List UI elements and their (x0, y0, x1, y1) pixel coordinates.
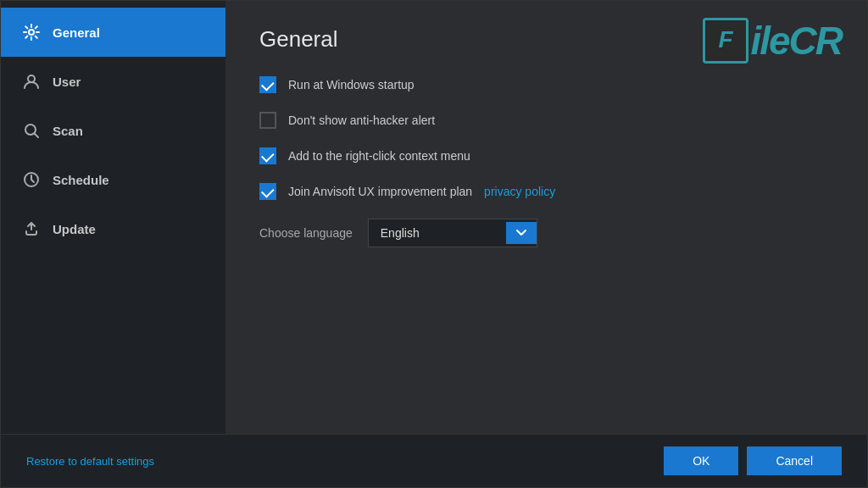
scan-icon (22, 121, 41, 140)
sidebar-label-general: General (53, 25, 100, 40)
sidebar-label-scan: Scan (53, 124, 83, 138)
sidebar-item-schedule[interactable]: Schedule (1, 155, 225, 204)
cancel-button[interactable]: Cancel (747, 446, 842, 475)
option-context-menu: Add to the right-click context menu (259, 147, 833, 164)
watermark: F ileCR (703, 18, 842, 64)
svg-text:F: F (719, 26, 734, 53)
sidebar-label-update: Update (53, 222, 96, 236)
checkbox-context-menu[interactable] (259, 147, 276, 164)
watermark-icon: F (703, 18, 748, 64)
update-icon (22, 219, 41, 238)
language-select[interactable]: English (368, 219, 537, 247)
gear-icon (22, 23, 41, 42)
language-dropdown-button[interactable] (506, 222, 537, 244)
option-label-no-alert: Don't show anti-hacker alert (288, 114, 435, 127)
language-row: Choose language English (259, 219, 833, 247)
sidebar: General User Scan (1, 1, 225, 434)
schedule-icon (22, 170, 41, 189)
checkbox-no-alert[interactable] (259, 112, 276, 129)
sidebar-item-user[interactable]: User (1, 57, 225, 106)
svg-line-3 (35, 134, 39, 138)
language-label: Choose language (259, 226, 353, 240)
option-no-alert: Don't show anti-hacker alert (259, 112, 833, 129)
option-label-run-startup: Run at Windows startup (288, 78, 415, 92)
option-label-context-menu: Add to the right-click context menu (288, 149, 470, 163)
main-area: General User Scan (1, 1, 867, 434)
ok-button[interactable]: OK (664, 446, 738, 475)
svg-point-0 (29, 30, 34, 35)
language-selected-value: English (381, 226, 420, 240)
sidebar-item-general[interactable]: General (1, 8, 225, 57)
restore-defaults-link[interactable]: Restore to default settings (26, 455, 154, 468)
footer-buttons: OK Cancel (664, 446, 842, 475)
sidebar-label-schedule: Schedule (53, 173, 109, 187)
footer: Restore to default settings OK Cancel (1, 434, 867, 487)
chevron-down-icon (516, 230, 526, 236)
sidebar-item-update[interactable]: Update (1, 204, 225, 253)
content-area: F ileCR General Run at Windows startup D… (225, 1, 867, 434)
option-label-ux-improvement: Join Anvisoft UX improvement plan (288, 185, 472, 198)
option-run-startup: Run at Windows startup (259, 76, 833, 93)
checkbox-ux-improvement[interactable] (259, 183, 276, 200)
option-ux-improvement: Join Anvisoft UX improvement plan privac… (259, 183, 833, 200)
privacy-policy-link[interactable]: privacy policy (484, 185, 555, 198)
svg-point-1 (28, 75, 35, 82)
user-icon (22, 72, 41, 91)
sidebar-item-scan[interactable]: Scan (1, 106, 225, 155)
app-container: General User Scan (0, 0, 868, 488)
sidebar-label-user: User (53, 75, 81, 89)
checkbox-run-startup[interactable] (259, 76, 276, 93)
watermark-text: ileCR (750, 18, 842, 64)
